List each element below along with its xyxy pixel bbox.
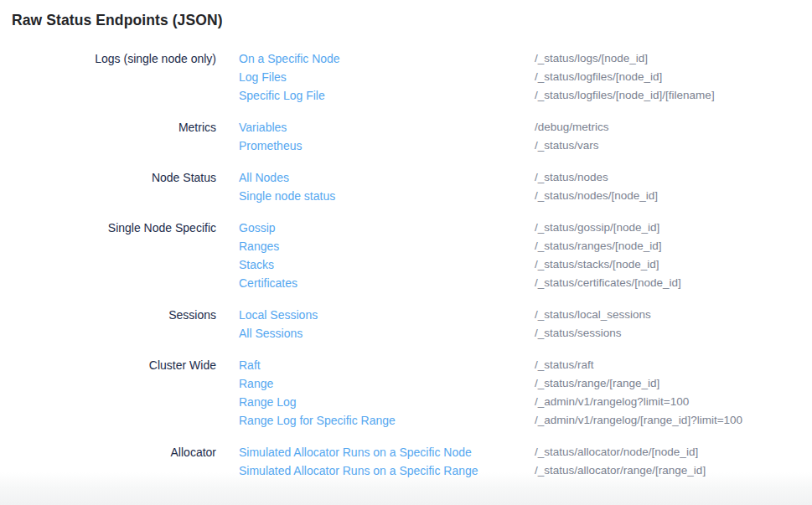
endpoint-row: Raft/_status/raft [239,356,812,374]
endpoint-path: /_status/certificates/[node_id] [535,274,681,292]
endpoint-group: AllocatorSimulated Allocator Runs on a S… [0,443,812,480]
endpoint-link[interactable]: Ranges [239,237,535,255]
endpoint-row: Single node status/_status/nodes/[node_i… [239,187,812,205]
endpoint-link[interactable]: Stacks [239,255,535,274]
endpoint-rows: Local Sessions/_status/local_sessionsAll… [239,306,812,343]
endpoint-row: Variables/debug/metrics [239,118,812,137]
endpoint-link[interactable]: Simulated Allocator Runs on a Specific R… [239,461,535,480]
endpoint-link[interactable]: Simulated Allocator Runs on a Specific N… [239,443,535,461]
endpoint-link[interactable]: Gossip [239,219,535,237]
endpoint-rows: Gossip/_status/gossip/[node_id]Ranges/_s… [239,219,812,292]
category-label: Metrics [0,118,216,155]
endpoint-row: On a Specific Node/_status/logs/[node_id… [239,49,812,68]
endpoint-path: /_status/allocator/node/[node_id] [535,443,698,461]
endpoint-link[interactable]: Certificates [239,274,535,292]
category-label: Node Status [0,168,216,205]
endpoint-link[interactable]: On a Specific Node [239,49,535,68]
category-label: Sessions [0,306,216,343]
endpoint-link[interactable]: All Sessions [239,324,535,343]
endpoint-row: All Sessions/_status/sessions [239,324,812,343]
endpoint-path: /debug/metrics [535,118,609,137]
endpoint-group: Node StatusAll Nodes/_status/nodesSingle… [0,168,812,205]
endpoint-path: /_status/logfiles/[node_id]/[filename] [535,86,715,105]
endpoint-row: All Nodes/_status/nodes [239,168,812,187]
endpoint-row: Ranges/_status/ranges/[node_id] [239,237,812,255]
endpoint-path: /_status/vars [535,137,599,155]
endpoint-path: /_status/logfiles/[node_id] [535,68,662,86]
endpoint-group: Cluster WideRaft/_status/raftRange/_stat… [0,356,812,430]
endpoint-group: SessionsLocal Sessions/_status/local_ses… [0,306,812,343]
endpoint-group: Logs (single node only)On a Specific Nod… [0,49,812,105]
endpoint-link[interactable]: Range [239,374,535,393]
endpoint-path: /_status/range/[range_id] [535,374,659,393]
endpoint-row: Log Files/_status/logfiles/[node_id] [239,68,812,86]
endpoint-row: Simulated Allocator Runs on a Specific R… [239,461,812,480]
endpoint-rows: Variables/debug/metricsPrometheus/_statu… [239,118,812,155]
endpoint-row: Specific Log File/_status/logfiles/[node… [239,86,812,105]
endpoint-row: Stacks/_status/stacks/[node_id] [239,255,812,274]
endpoint-group: MetricsVariables/debug/metricsPrometheus… [0,118,812,155]
endpoint-rows: On a Specific Node/_status/logs/[node_id… [239,49,812,105]
endpoint-row: Range Log for Specific Range/_admin/v1/r… [239,411,812,430]
endpoint-path: /_status/nodes/[node_id] [535,187,658,205]
endpoint-rows: Simulated Allocator Runs on a Specific N… [239,443,812,480]
endpoint-link[interactable]: Variables [239,118,535,137]
endpoint-rows: Raft/_status/raftRange/_status/range/[ra… [239,356,812,430]
endpoint-path: /_status/ranges/[node_id] [535,237,662,255]
endpoint-path: /_status/gossip/[node_id] [535,219,659,237]
endpoint-row: Range Log/_admin/v1/rangelog?limit=100 [239,393,812,411]
endpoint-path: /_status/raft [535,356,594,374]
endpoint-link[interactable]: Range Log [239,393,535,411]
endpoint-link[interactable]: Log Files [239,68,535,86]
endpoint-link[interactable]: Local Sessions [239,306,535,324]
endpoint-link[interactable]: Single node status [239,187,535,205]
endpoint-path: /_status/stacks/[node_id] [535,255,659,274]
endpoint-row: Gossip/_status/gossip/[node_id] [239,219,812,237]
endpoint-path: /_status/nodes [535,168,608,187]
category-label: Logs (single node only) [0,49,216,105]
endpoint-link[interactable]: Prometheus [239,137,535,155]
category-label: Allocator [0,443,216,480]
endpoint-rows: All Nodes/_status/nodesSingle node statu… [239,168,812,205]
endpoint-path: /_status/local_sessions [535,306,651,324]
endpoint-link[interactable]: Specific Log File [239,86,535,105]
endpoint-groups: Logs (single node only)On a Specific Nod… [0,49,812,480]
endpoint-link[interactable]: Raft [239,356,535,374]
endpoint-row: Prometheus/_status/vars [239,137,812,155]
category-label: Single Node Specific [0,219,216,292]
endpoint-link[interactable]: Range Log for Specific Range [239,411,535,430]
endpoint-path: /_status/sessions [535,324,622,343]
endpoint-row: Local Sessions/_status/local_sessions [239,306,812,324]
endpoint-group: Single Node SpecificGossip/_status/gossi… [0,219,812,292]
endpoint-path: /_admin/v1/rangelog?limit=100 [535,393,689,411]
endpoint-path: /_status/allocator/range/[range_id] [535,461,706,480]
category-label: Cluster Wide [0,356,216,430]
raw-status-endpoints-page: Raw Status Endpoints (JSON) Logs (single… [0,0,812,472]
endpoint-link[interactable]: All Nodes [239,168,535,187]
endpoint-row: Simulated Allocator Runs on a Specific N… [239,443,812,461]
endpoint-path: /_admin/v1/rangelog/[range_id]?limit=100 [535,411,742,430]
endpoint-row: Certificates/_status/certificates/[node_… [239,274,812,292]
endpoint-path: /_status/logs/[node_id] [535,49,648,68]
page-title: Raw Status Endpoints (JSON) [12,12,812,29]
endpoint-row: Range/_status/range/[range_id] [239,374,812,393]
